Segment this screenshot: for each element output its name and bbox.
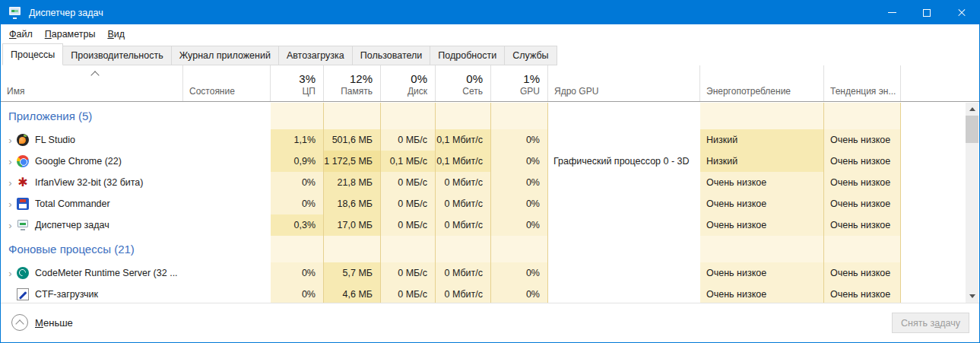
tab-processes[interactable]: Процессы bbox=[2, 43, 63, 65]
gpu-cell: 0% bbox=[491, 151, 548, 172]
status-cell bbox=[183, 214, 271, 236]
column-usage-memory: 12% bbox=[324, 72, 380, 86]
disk-cell bbox=[381, 103, 436, 129]
footer: Меньше Снять задачу bbox=[1, 303, 979, 342]
process-row[interactable]: ›IrfanView 32-bit (32 бита)0%21,8 МБ0 МБ… bbox=[1, 172, 979, 193]
expand-chevron-icon[interactable]: › bbox=[4, 157, 17, 167]
cpu-value: 0% bbox=[302, 268, 316, 278]
network-cell: 0 Мбит/с bbox=[436, 214, 491, 236]
tab-users[interactable]: Пользователи bbox=[352, 46, 431, 65]
menu-item-file[interactable]: Файл bbox=[3, 27, 39, 42]
ctf-loader-icon bbox=[17, 288, 29, 300]
column-header-gpu[interactable]: 1%GPU bbox=[491, 65, 548, 101]
power-value: Низкий bbox=[706, 156, 737, 167]
gpu-engine-cell: Графический процессор 0 - 3D bbox=[548, 151, 700, 172]
fewer-details-button[interactable]: Меньше bbox=[11, 314, 73, 331]
network-value: 0,1 Мбит/с bbox=[436, 135, 483, 145]
cpu-value: 0,3% bbox=[294, 220, 316, 230]
group-header-row[interactable]: Приложения (5) bbox=[1, 103, 979, 129]
disk-cell: 0 МБ/с bbox=[381, 129, 436, 151]
cpu-value: 0% bbox=[302, 198, 316, 209]
column-usage-gpu: 1% bbox=[491, 72, 547, 86]
network-value: 0,1 Мбит/с bbox=[436, 156, 483, 167]
process-row[interactable]: ›Google Chrome (22)0,9%1 172,5 МБ0,1 МБ/… bbox=[1, 151, 979, 172]
column-header-cpu[interactable]: 3%ЦП bbox=[271, 65, 324, 101]
menu-item-options[interactable]: Параметры bbox=[39, 27, 102, 42]
minimize-button[interactable] bbox=[874, 1, 909, 24]
cpu-cell: 0,9% bbox=[271, 151, 324, 172]
gpu-value: 0% bbox=[526, 289, 540, 300]
power-cell bbox=[700, 103, 824, 129]
menu-item-view[interactable]: Вид bbox=[101, 27, 131, 42]
group-header-row[interactable]: Фоновые процессы (21) bbox=[1, 236, 979, 262]
column-header-status[interactable]: Состояние bbox=[183, 65, 271, 101]
network-cell: 0,1 Мбит/с bbox=[436, 151, 491, 172]
process-name-cell: CTF-загрузчик bbox=[1, 284, 183, 303]
gpu-value: 0% bbox=[526, 177, 540, 188]
end-task-button[interactable]: Снять задачу bbox=[892, 313, 969, 333]
scrollbar-thumb[interactable] bbox=[966, 116, 978, 143]
tab-app-history[interactable]: Журнал приложений bbox=[171, 46, 279, 65]
network-value: 0 Мбит/с bbox=[445, 220, 483, 230]
gpu-cell bbox=[491, 103, 548, 129]
column-header-filler bbox=[901, 65, 979, 101]
expand-chevron-icon[interactable]: › bbox=[4, 178, 17, 188]
memory-value: 501,6 МБ bbox=[332, 135, 373, 145]
network-value: 0 Мбит/с bbox=[445, 268, 483, 278]
scrollbar-down-button[interactable] bbox=[966, 290, 978, 303]
tab-performance[interactable]: Производительность bbox=[62, 46, 171, 65]
tab-services[interactable]: Службы bbox=[504, 46, 557, 65]
power-trend-value: Очень низкое bbox=[830, 177, 890, 188]
column-header-gpu_engine[interactable]: Ядро GPU bbox=[548, 65, 700, 101]
process-name-cell: ›Диспетчер задач bbox=[1, 214, 183, 236]
column-header-memory[interactable]: 12%Память bbox=[324, 65, 381, 101]
tab-details[interactable]: Подробности bbox=[430, 46, 505, 65]
column-header-name[interactable]: Имя bbox=[1, 65, 183, 101]
fewer-details-label: Меньше bbox=[35, 317, 73, 329]
gpu-engine-cell bbox=[548, 214, 700, 236]
gpu-value: 0% bbox=[526, 220, 540, 230]
close-button[interactable] bbox=[944, 1, 979, 24]
process-row[interactable]: ›Total Commander0%18,6 МБ0 МБ/с0 Мбит/с0… bbox=[1, 193, 979, 214]
power-trend-value: Очень низкое bbox=[830, 268, 890, 278]
process-name-cell: ›IrfanView 32-bit (32 бита) bbox=[1, 172, 183, 193]
expand-chevron-icon[interactable]: › bbox=[4, 135, 17, 145]
menubar: ФайлПараметрыВид bbox=[1, 24, 979, 43]
scrollbar-up-button[interactable] bbox=[966, 103, 978, 116]
cpu-cell: 0% bbox=[271, 172, 324, 193]
process-row[interactable]: ›CodeMeter Runtime Server (32 ...0%5,7 М… bbox=[1, 262, 979, 284]
vertical-scrollbar[interactable] bbox=[966, 103, 978, 303]
power-cell: Низкий bbox=[700, 151, 824, 172]
process-row[interactable]: ›FL Studio1,1%501,6 МБ0 МБ/с0,1 Мбит/с0%… bbox=[1, 129, 979, 151]
group-label: Приложения (5) bbox=[1, 110, 92, 122]
power-trend-cell: Очень низкое bbox=[824, 172, 901, 193]
cpu-cell: 0% bbox=[271, 262, 324, 284]
titlebar[interactable]: Диспетчер задач bbox=[1, 1, 979, 24]
power-trend-value: Очень низкое bbox=[830, 289, 890, 300]
column-label-status: Состояние bbox=[183, 86, 270, 101]
network-value: 0 Мбит/с bbox=[445, 177, 483, 188]
total-commander-icon bbox=[17, 198, 29, 210]
expand-chevron-icon[interactable]: › bbox=[4, 199, 17, 209]
expand-chevron-icon[interactable]: › bbox=[4, 268, 17, 278]
disk-value: 0 МБ/с bbox=[398, 289, 427, 300]
minimize-icon bbox=[888, 12, 896, 13]
triangle-down-icon bbox=[969, 294, 975, 298]
process-name-cell: ›Google Chrome (22) bbox=[1, 151, 183, 172]
power-trend-cell: Очень низкое bbox=[824, 151, 901, 172]
window-title: Диспетчер задач bbox=[29, 8, 103, 18]
process-row[interactable]: CTF-загрузчик0%4,6 МБ0 МБ/с0 Мбит/с0%Оче… bbox=[1, 284, 979, 303]
column-header-disk[interactable]: 0%Диск bbox=[381, 65, 436, 101]
maximize-button[interactable] bbox=[909, 1, 944, 24]
status-cell bbox=[183, 193, 271, 214]
disk-cell: 0 МБ/с bbox=[381, 214, 436, 236]
status-cell bbox=[183, 172, 271, 193]
gpu-engine-cell bbox=[548, 236, 700, 262]
process-row[interactable]: ›Диспетчер задач0,3%17,0 МБ0 МБ/с0 Мбит/… bbox=[1, 214, 979, 236]
table-header: ИмяСостояние3%ЦП12%Память0%Диск0%Сеть1%G… bbox=[1, 65, 979, 102]
tab-startup[interactable]: Автозагрузка bbox=[278, 46, 353, 65]
expand-chevron-icon[interactable]: › bbox=[4, 221, 17, 230]
column-header-network[interactable]: 0%Сеть bbox=[436, 65, 491, 101]
column-header-power[interactable]: Энергопотребление bbox=[700, 65, 824, 101]
column-header-power_trend[interactable]: Тенденция эн... bbox=[824, 65, 901, 101]
